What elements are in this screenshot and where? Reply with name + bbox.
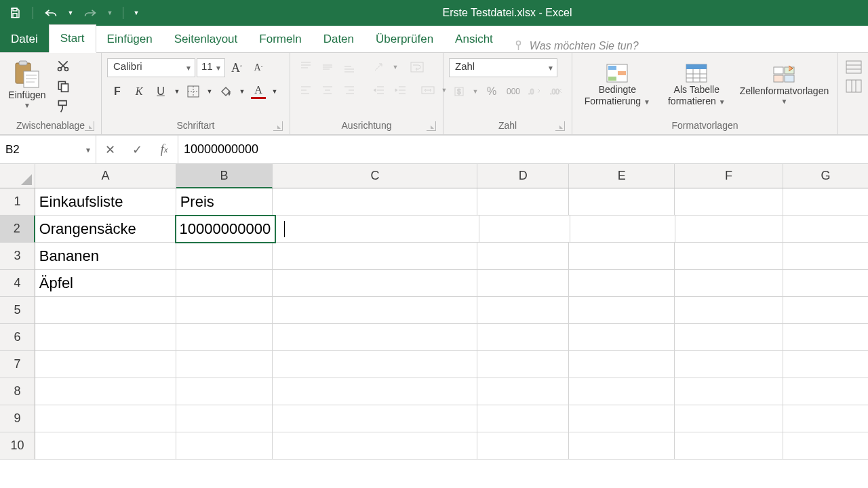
cell-D10[interactable] <box>477 432 569 460</box>
borders-menu[interactable]: ▼ <box>205 83 214 100</box>
tab-home[interactable]: Start <box>49 24 96 53</box>
cell-G10[interactable] <box>783 432 868 460</box>
cell-A10[interactable] <box>35 432 176 460</box>
underline-button[interactable]: U <box>151 83 171 100</box>
cell-A6[interactable] <box>35 324 176 351</box>
insert-function-button[interactable]: fx <box>151 136 178 163</box>
shrink-font-button[interactable]: Aˇ <box>248 59 269 77</box>
col-header-F[interactable]: F <box>675 164 783 188</box>
cell-A1[interactable]: Einkaufsliste <box>35 188 176 216</box>
cell-A5[interactable] <box>35 297 176 324</box>
cell-A2[interactable]: Orangensäcke <box>35 216 176 243</box>
merge-menu[interactable]: ▼ <box>439 81 449 99</box>
confirm-edit-button[interactable]: ✓ <box>123 136 151 163</box>
cell-A7[interactable] <box>35 351 176 378</box>
grow-font-button[interactable]: Aˆ <box>226 59 247 77</box>
font-color-button[interactable]: A <box>248 83 269 100</box>
increase-decimal-button[interactable]: .0 <box>525 83 545 100</box>
cell-C1[interactable] <box>273 188 477 216</box>
name-box-input[interactable] <box>5 143 90 157</box>
cell-G6[interactable] <box>783 324 868 351</box>
name-box[interactable]: ▼ <box>0 136 96 163</box>
cell-B4[interactable] <box>176 270 273 297</box>
tab-formulas[interactable]: Formeln <box>248 26 312 52</box>
col-header-D[interactable]: D <box>477 164 569 188</box>
cell-F3[interactable] <box>675 243 783 270</box>
cell-G9[interactable] <box>783 405 868 432</box>
cell-B5[interactable] <box>176 297 273 324</box>
cell-B9[interactable] <box>176 405 273 432</box>
font-size-combo[interactable]: 11▼ <box>197 58 225 77</box>
cell-D4[interactable] <box>477 270 569 297</box>
cell-C5[interactable] <box>273 297 477 324</box>
cell-F8[interactable] <box>675 378 783 405</box>
undo-menu[interactable]: ▼ <box>66 3 75 22</box>
cell-F1[interactable] <box>675 188 783 216</box>
undo-button[interactable] <box>41 3 60 22</box>
borders-button[interactable] <box>183 83 203 100</box>
cell-D9[interactable] <box>477 405 569 432</box>
cell-E4[interactable] <box>569 270 675 297</box>
fill-color-menu[interactable]: ▼ <box>237 83 247 100</box>
cell-E7[interactable] <box>569 351 675 378</box>
row-header-7[interactable]: 7 <box>0 351 35 378</box>
percent-button[interactable]: % <box>481 83 502 100</box>
cell-B6[interactable] <box>176 324 273 351</box>
cell-B7[interactable] <box>176 351 273 378</box>
orientation-menu[interactable]: ▼ <box>391 58 400 76</box>
fill-color-button[interactable] <box>216 83 236 100</box>
col-header-G[interactable]: G <box>783 164 868 188</box>
cell-F9[interactable] <box>675 405 783 432</box>
align-center-button[interactable] <box>317 81 338 99</box>
cell-D6[interactable] <box>477 324 569 351</box>
col-header-E[interactable]: E <box>569 164 675 188</box>
number-format-combo[interactable]: Zahl▼ <box>449 58 557 77</box>
cell-G3[interactable] <box>783 243 868 270</box>
col-header-B[interactable]: B <box>176 164 273 188</box>
cell-C9[interactable] <box>273 405 477 432</box>
qat-customize[interactable]: ▼ <box>132 3 141 22</box>
tell-me-search[interactable]: Was möchten Sie tun? <box>504 40 648 52</box>
cell-G4[interactable] <box>783 270 868 297</box>
cell-E1[interactable] <box>569 188 675 216</box>
align-bottom-button[interactable] <box>339 58 359 76</box>
bold-button[interactable]: F <box>107 83 127 100</box>
cell-B1[interactable]: Preis <box>176 188 273 216</box>
cell-D5[interactable] <box>477 297 569 324</box>
font-name-combo[interactable]: Calibri▼ <box>107 58 195 77</box>
cell-A8[interactable] <box>35 378 176 405</box>
cell-F2[interactable] <box>675 216 783 243</box>
row-header-8[interactable]: 8 <box>0 378 35 405</box>
tab-file[interactable]: Datei <box>0 26 49 52</box>
cell-D2[interactable] <box>479 216 570 243</box>
cell-B3[interactable] <box>176 243 273 270</box>
cell-C10[interactable] <box>273 432 477 460</box>
cell-E8[interactable] <box>569 378 675 405</box>
cell-A3[interactable]: Bananen <box>35 243 176 270</box>
row-header-10[interactable]: 10 <box>0 432 35 460</box>
cell-E3[interactable] <box>569 243 675 270</box>
redo-menu[interactable]: ▼ <box>105 3 115 22</box>
align-top-button[interactable] <box>296 58 316 76</box>
tab-review[interactable]: Überprüfen <box>365 26 444 52</box>
cell-G7[interactable] <box>783 351 868 378</box>
cell-F5[interactable] <box>675 297 783 324</box>
cell-F4[interactable] <box>675 270 783 297</box>
row-header-6[interactable]: 6 <box>0 324 35 351</box>
save-button[interactable] <box>5 3 24 22</box>
wrap-text-button[interactable] <box>407 58 427 76</box>
cell-D3[interactable] <box>477 243 569 270</box>
cell-D1[interactable] <box>477 188 569 216</box>
cell-D8[interactable] <box>477 378 569 405</box>
align-middle-button[interactable] <box>317 58 338 76</box>
number-dialog-launcher[interactable] <box>555 121 565 131</box>
cell-G2[interactable] <box>783 216 868 243</box>
accounting-menu[interactable]: ▼ <box>471 83 480 100</box>
merge-center-button[interactable] <box>418 81 438 99</box>
cell-C7[interactable] <box>273 351 477 378</box>
orientation-button[interactable] <box>369 58 389 76</box>
cell-B10[interactable] <box>176 432 273 460</box>
format-painter-button[interactable] <box>53 98 73 115</box>
cell-E2[interactable] <box>570 216 675 243</box>
cell-C2[interactable] <box>275 216 479 243</box>
